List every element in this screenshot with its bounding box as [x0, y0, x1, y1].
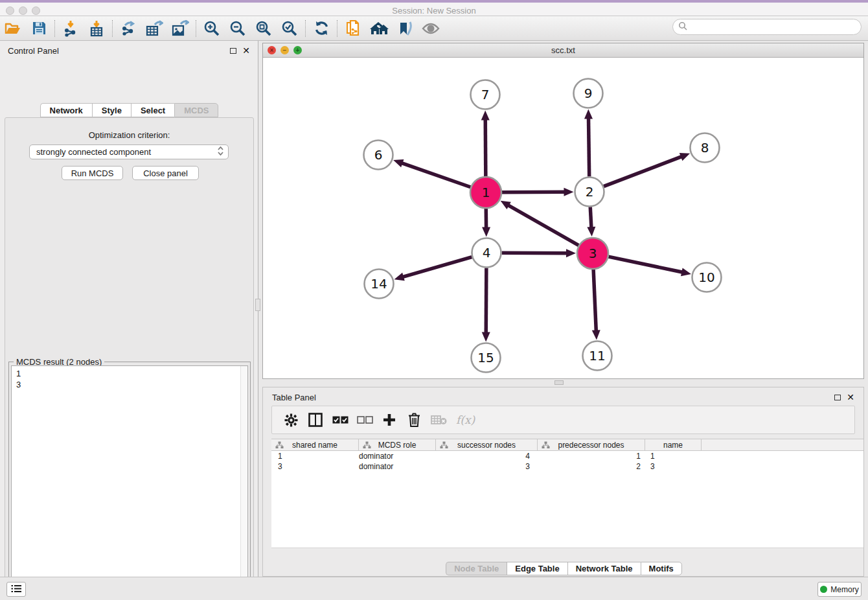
edge-1-7[interactable] [485, 119, 486, 176]
memory-status-dot [820, 586, 827, 593]
tab-mcds[interactable]: MCDS [174, 103, 218, 117]
criterion-dropdown[interactable]: strongly connected component [29, 144, 229, 159]
edge-1-6[interactable] [401, 163, 470, 187]
close-table-panel-icon[interactable]: ✕ [847, 394, 854, 400]
table-toolbar: f(x) [271, 406, 855, 434]
column-header-name[interactable]: name [645, 439, 702, 450]
close-panel-button[interactable]: Close panel [132, 166, 199, 180]
zoom-fit-icon[interactable] [251, 18, 277, 39]
export-network-icon[interactable] [115, 18, 141, 39]
settings-gear-icon[interactable] [279, 413, 303, 427]
network-window-titlebar[interactable]: × − + scc.txt [263, 43, 863, 58]
control-panel: Control Panel ✕ Network Style Select MCD… [0, 41, 258, 577]
table-row[interactable]: 1dominator411 [271, 451, 863, 461]
delete-table-icon [426, 415, 451, 425]
memory-label: Memory [830, 585, 858, 594]
mcds-result-lines: 1 3 [16, 368, 21, 390]
export-image-icon[interactable] [167, 18, 193, 39]
node-label-6: 6 [374, 147, 383, 163]
tab-style[interactable]: Style [92, 103, 131, 117]
memory-button[interactable]: Memory [817, 582, 862, 597]
column-header-successor-nodes[interactable]: successor nodes [436, 439, 538, 450]
network-view-window: × − + scc.txt 7968124314101511 [262, 43, 864, 379]
import-network-icon[interactable] [58, 18, 84, 39]
arrowhead-3-10 [681, 268, 691, 277]
save-icon[interactable] [26, 18, 52, 39]
edge-2-9[interactable] [588, 117, 589, 176]
zoom-in-icon[interactable] [199, 18, 225, 39]
optimization-criterion-label: Optimization criterion: [5, 130, 253, 140]
arrowhead-2-9 [584, 109, 593, 119]
zoom-out-icon[interactable] [225, 18, 251, 39]
tab-select[interactable]: Select [131, 103, 174, 117]
zoom-selected-icon[interactable] [277, 18, 303, 39]
node-label-11: 11 [589, 348, 605, 363]
refresh-icon[interactable] [308, 18, 334, 39]
node-label-1: 1 [482, 185, 490, 200]
tab-node-table[interactable]: Node Table [446, 562, 507, 575]
edge-4-3[interactable] [501, 253, 567, 253]
function-builder-icon: f(x) [456, 413, 475, 426]
task-history-button[interactable] [6, 582, 26, 597]
clone-network-icon[interactable] [340, 18, 366, 39]
edge-3-11[interactable] [593, 270, 596, 332]
app-titlebar: Session: New Session [0, 0, 868, 16]
mcds-result-group: MCDS result (2 nodes) 1 3 [8, 362, 251, 600]
mcds-result-textarea[interactable]: 1 3 [11, 365, 248, 600]
column-header-MCDS-role[interactable]: MCDS role [359, 439, 436, 450]
select-all-icon[interactable] [328, 416, 352, 424]
add-column-icon[interactable] [377, 413, 402, 426]
tab-edge-table[interactable]: Edge Table [507, 562, 567, 575]
hide-annotations-icon[interactable] [392, 18, 418, 39]
run-mcds-button[interactable]: Run MCDS [62, 166, 123, 180]
table-panel: Table Panel ✕ f(x) shared nameMCDS roles… [262, 387, 864, 577]
home-icon[interactable] [366, 18, 392, 39]
network-window-title: scc.txt [263, 45, 863, 55]
deselect-all-icon[interactable] [352, 416, 377, 424]
cell: 2 [538, 462, 645, 471]
float-panel-icon[interactable] [230, 48, 236, 54]
open-folder-icon[interactable] [0, 18, 26, 39]
arrowhead-1-6 [393, 159, 404, 167]
columns-icon[interactable] [303, 413, 328, 427]
node-label-7: 7 [481, 87, 490, 102]
import-table-icon[interactable] [84, 18, 109, 39]
cell: 3 [645, 462, 702, 471]
close-panel-icon[interactable]: ✕ [242, 47, 250, 54]
dropdown-stepper-icon [217, 146, 224, 158]
edge-3-1[interactable] [508, 205, 578, 245]
network-canvas[interactable]: 7968124314101511 [263, 58, 863, 378]
arrowhead-4-15 [482, 332, 490, 341]
table-row[interactable]: 3dominator323 [271, 461, 863, 472]
column-header-predecessor-nodes[interactable]: predecessor nodes [538, 439, 645, 450]
table-tabs: Node Table Edge Table Network Table Moti… [263, 562, 865, 575]
eye-icon[interactable] [418, 18, 444, 39]
table-splitter-handle[interactable] [554, 380, 564, 385]
edge-1-2[interactable] [502, 192, 565, 192]
export-table-icon[interactable] [141, 18, 167, 39]
node-label-9: 9 [584, 86, 593, 101]
arrowhead-1-2 [564, 188, 573, 196]
tab-network-table[interactable]: Network Table [567, 562, 641, 575]
edge-2-3[interactable] [590, 207, 591, 228]
float-table-panel-icon[interactable] [834, 395, 841, 400]
column-header-filler [702, 439, 863, 450]
column-header-shared-name[interactable]: shared name [271, 439, 359, 450]
node-label-15: 15 [477, 350, 494, 365]
arrowhead-4-14 [394, 273, 405, 281]
tab-network[interactable]: Network [40, 103, 92, 117]
edge-4-14[interactable] [402, 257, 472, 277]
node-label-3: 3 [589, 246, 597, 261]
edge-4-15[interactable] [486, 268, 486, 333]
search-input[interactable] [672, 19, 862, 35]
table-panel-title: Table Panel [272, 393, 834, 402]
table-body[interactable]: 1dominator4113dominator323 [271, 451, 863, 548]
edge-2-8[interactable] [604, 156, 682, 186]
panel-splitter-handle[interactable] [255, 299, 260, 311]
delete-column-icon[interactable] [402, 413, 426, 427]
edge-3-10[interactable] [608, 257, 683, 272]
tab-motifs[interactable]: Motifs [641, 562, 682, 575]
result-scrollbar[interactable] [240, 366, 247, 600]
control-panel-title: Control Panel [8, 46, 230, 56]
node-label-8: 8 [701, 140, 709, 156]
